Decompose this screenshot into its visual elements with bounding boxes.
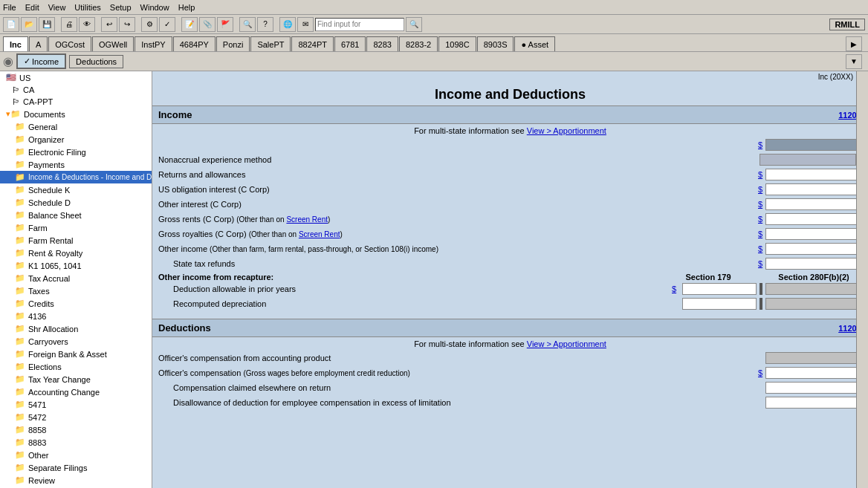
- find-button[interactable]: 🔍: [239, 17, 256, 32]
- mail-button[interactable]: ✉: [297, 17, 314, 32]
- apportionment-link[interactable]: View > Apportionment: [527, 126, 606, 135]
- sidebar-item-ca[interactable]: 🏳 CA: [0, 84, 152, 96]
- tab-8283-2[interactable]: 8283-2: [399, 36, 438, 51]
- deductions-tab[interactable]: Deductions: [69, 55, 123, 68]
- undo-button[interactable]: ↩: [101, 17, 117, 32]
- tab-asset[interactable]: ● Asset: [514, 36, 555, 51]
- sidebar-item-balance-sheet[interactable]: 📁 Balance Sheet: [0, 209, 152, 221]
- officer-comp-input[interactable]: [765, 367, 862, 379]
- deduction-allowable-input2[interactable]: [765, 283, 862, 295]
- sidebar-item-elections[interactable]: 📁 Elections: [0, 360, 152, 373]
- menu-window[interactable]: Window: [140, 3, 169, 12]
- sidebar-item-payments[interactable]: 📁 Payments: [0, 158, 152, 171]
- menu-view[interactable]: View: [48, 3, 66, 12]
- sidebar-item-8858[interactable]: 📁 8858: [0, 423, 152, 436]
- tab-scroll-right[interactable]: ▶: [846, 36, 862, 51]
- screen-rent-link1[interactable]: Screen Rent: [286, 215, 328, 224]
- comp-claimed-input[interactable]: [765, 382, 862, 394]
- sidebar-item-5471[interactable]: 📁 5471: [0, 398, 152, 411]
- sidebar-item-schedule-k[interactable]: 📁 Schedule K: [0, 183, 152, 196]
- menu-edit[interactable]: Edit: [25, 3, 39, 12]
- sidebar-item-farm[interactable]: 📁 Farm: [0, 221, 152, 234]
- sidebar-item-carryovers[interactable]: 📁 Carryovers: [0, 335, 152, 348]
- tab-ponzi[interactable]: Ponzi: [216, 36, 250, 51]
- help2-button[interactable]: ?: [257, 17, 273, 32]
- internet-button[interactable]: 🌐: [279, 17, 296, 32]
- new-button[interactable]: 📄: [3, 17, 19, 32]
- deductions-apportionment-link[interactable]: View > Apportionment: [527, 339, 606, 348]
- menu-setup[interactable]: Setup: [110, 3, 132, 12]
- other-interest-input[interactable]: [765, 198, 862, 210]
- sidebar-item-ca-ppt[interactable]: 🏳 CA-PPT: [0, 96, 152, 108]
- gross-royalties-dollar[interactable]: $: [758, 230, 764, 238]
- top-input-field[interactable]: [765, 139, 862, 151]
- save-button[interactable]: 💾: [39, 17, 55, 32]
- recomputed-depr-input1[interactable]: [682, 298, 757, 310]
- sidebar-item-schedule-d[interactable]: 📁 Schedule D: [0, 196, 152, 209]
- officer-comp-dollar[interactable]: $: [758, 368, 764, 377]
- nav-icon[interactable]: ◉: [3, 54, 13, 68]
- tab-inc[interactable]: Inc: [3, 36, 28, 51]
- other-income-input[interactable]: [765, 243, 862, 255]
- sidebar-item-general[interactable]: 📁 General: [0, 120, 152, 133]
- tab-ogcost[interactable]: OGCost: [48, 36, 91, 51]
- sidebar-item-organizer[interactable]: 📁 Organizer: [0, 133, 152, 146]
- tab-ogwell[interactable]: OGWell: [92, 36, 134, 51]
- state-tax-dollar[interactable]: $: [758, 259, 764, 268]
- sidebar-item-8883[interactable]: 📁 8883: [0, 436, 152, 449]
- menu-utilities[interactable]: Utilities: [74, 3, 100, 12]
- open-button[interactable]: 📂: [21, 17, 37, 32]
- flag-button[interactable]: 🚩: [217, 17, 233, 32]
- sidebar-item-k1[interactable]: 📁 K1 1065, 1041: [0, 259, 152, 272]
- tab-instpy[interactable]: InstPY: [135, 36, 172, 51]
- tab-4684py[interactable]: 4684PY: [173, 36, 216, 51]
- search-input[interactable]: [315, 18, 404, 31]
- sidebar-item-documents[interactable]: ▾📁 Documents: [0, 108, 152, 120]
- preview-button[interactable]: 👁: [79, 17, 95, 32]
- sidebar-item-tax-accrual[interactable]: 📁 Tax Accrual: [0, 272, 152, 284]
- income-tab[interactable]: ✓ Income: [16, 53, 66, 69]
- view-options-btn[interactable]: ▼: [846, 54, 862, 69]
- search-go-button[interactable]: 🔍: [406, 17, 422, 32]
- print-button[interactable]: 🖨: [61, 17, 77, 32]
- sidebar-item-farm-rental[interactable]: 📁 Farm Rental: [0, 234, 152, 247]
- sidebar-item-income-deductions[interactable]: 📁 Income & Deductions - Income and Deduc…: [0, 171, 152, 183]
- menu-file[interactable]: File: [3, 3, 16, 12]
- returns-dollar[interactable]: $: [758, 170, 764, 179]
- sidebar-item-us[interactable]: 🇺🇸 US: [0, 71, 152, 84]
- nonaccrual-input[interactable]: [760, 154, 856, 166]
- officer-comp-accounting-input[interactable]: [765, 352, 862, 364]
- sidebar-item-foreign[interactable]: 📁 Foreign Bank & Asset: [0, 348, 152, 360]
- sidebar-item-other[interactable]: 📁 Other: [0, 449, 152, 461]
- sidebar-item-4136[interactable]: 📁 4136: [0, 310, 152, 322]
- tab-8903s[interactable]: 8903S: [477, 36, 514, 51]
- sidebar-item-separate[interactable]: 📁 Separate Filings: [0, 461, 152, 474]
- us-obligation-input[interactable]: [765, 183, 862, 195]
- calc-button[interactable]: ⚙: [141, 17, 158, 32]
- menu-help[interactable]: Help: [178, 3, 195, 12]
- tab-1098c[interactable]: 1098C: [438, 36, 476, 51]
- redo-button[interactable]: ↪: [119, 17, 135, 32]
- spell-button[interactable]: ✓: [159, 17, 175, 32]
- sidebar-item-credits[interactable]: 📁 Credits: [0, 297, 152, 310]
- tab-8824pt[interactable]: 8824PT: [291, 36, 334, 51]
- gross-rents-input[interactable]: [765, 213, 862, 225]
- sidebar-item-shr[interactable]: 📁 Shr Allocation: [0, 322, 152, 335]
- sidebar-item-taxes[interactable]: 📁 Taxes: [0, 284, 152, 297]
- sidebar-item-accounting-change[interactable]: 📁 Accounting Change: [0, 385, 152, 398]
- deduction-allowable-input1[interactable]: [682, 283, 757, 295]
- deduction-allowable-dollar[interactable]: $: [672, 284, 678, 293]
- sidebar-item-electronic-filing[interactable]: 📁 Electronic Filing: [0, 146, 152, 158]
- notes-button[interactable]: 📝: [181, 17, 198, 32]
- sidebar-item-review[interactable]: 📁 Review: [0, 474, 152, 487]
- tab-6781[interactable]: 6781: [334, 36, 366, 51]
- tab-8283[interactable]: 8283: [366, 36, 398, 51]
- recomputed-depr-input2[interactable]: [765, 298, 862, 310]
- other-income-dollar[interactable]: $: [758, 244, 764, 253]
- state-tax-input[interactable]: [765, 258, 862, 270]
- scrollbar-right[interactable]: [856, 71, 868, 488]
- other-interest-dollar[interactable]: $: [758, 200, 764, 209]
- screen-rent-link2[interactable]: Screen Rent: [299, 230, 340, 238]
- us-obligation-dollar[interactable]: $: [758, 185, 764, 194]
- attach-button[interactable]: 📎: [199, 17, 216, 32]
